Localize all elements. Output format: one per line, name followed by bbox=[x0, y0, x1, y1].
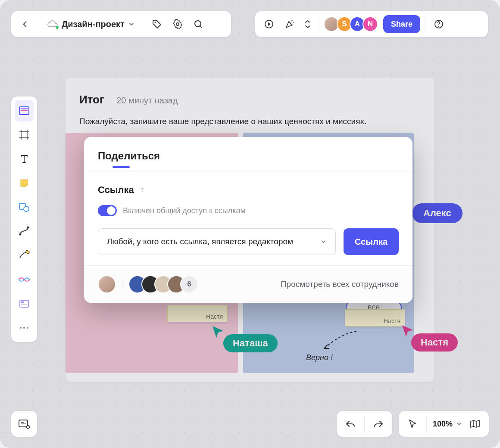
shapes-icon bbox=[19, 202, 30, 212]
tool-select[interactable] bbox=[15, 100, 34, 121]
zoom-value[interactable]: 100% bbox=[433, 420, 453, 429]
view-all-collaborators[interactable]: Просмотреть всех сотрудников bbox=[281, 280, 399, 289]
share-modal: Поделиться Ссылка ? Включен общий доступ… bbox=[84, 137, 412, 303]
modal-title: Поделиться bbox=[98, 150, 160, 162]
tool-link[interactable] bbox=[15, 269, 34, 290]
svg-rect-16 bbox=[21, 304, 27, 305]
svg-point-17 bbox=[20, 327, 22, 329]
svg-rect-24 bbox=[21, 423, 26, 424]
svg-point-10 bbox=[24, 206, 29, 212]
back-button[interactable] bbox=[16, 15, 34, 34]
celebrate-button[interactable] bbox=[280, 15, 299, 34]
minimap-button[interactable] bbox=[467, 414, 483, 433]
redo-button[interactable] bbox=[369, 414, 388, 433]
play-circle-icon bbox=[264, 19, 274, 29]
undo-button[interactable] bbox=[341, 414, 360, 433]
tag-button[interactable] bbox=[147, 15, 166, 34]
avatar-stack[interactable]: S A N bbox=[324, 16, 378, 32]
pointer-mode[interactable] bbox=[405, 414, 420, 433]
party-icon bbox=[284, 19, 295, 29]
overflow-count: 6 bbox=[188, 280, 191, 288]
help-button[interactable] bbox=[429, 15, 448, 34]
undo-icon bbox=[345, 420, 356, 428]
chevron-down-icon bbox=[320, 238, 327, 245]
search-button[interactable] bbox=[189, 15, 208, 34]
modal-tabs bbox=[84, 167, 412, 171]
slides-button[interactable] bbox=[11, 411, 37, 437]
svg-point-19 bbox=[27, 327, 28, 329]
map-icon bbox=[469, 419, 481, 429]
tool-shapes[interactable] bbox=[15, 196, 34, 218]
chevrons-icon bbox=[304, 20, 311, 28]
more-button[interactable] bbox=[301, 15, 315, 34]
tag-icon bbox=[152, 19, 162, 29]
svg-rect-15 bbox=[21, 302, 24, 303]
canvas-icon bbox=[19, 106, 30, 115]
template-icon bbox=[19, 299, 29, 308]
connector-icon bbox=[19, 226, 30, 237]
slides-icon bbox=[18, 419, 30, 429]
pointer-icon bbox=[408, 419, 417, 429]
svg-point-5 bbox=[438, 26, 439, 27]
svg-rect-23 bbox=[21, 422, 24, 423]
link-tool-icon bbox=[18, 276, 30, 283]
tool-templates[interactable] bbox=[15, 293, 34, 314]
tool-sidebar bbox=[11, 96, 37, 342]
tool-pen[interactable] bbox=[15, 245, 34, 266]
topbar-left: Дизайн-проект bbox=[11, 11, 231, 37]
select-value: Любой, у кого есть ссылка, является реда… bbox=[107, 237, 293, 246]
zoom-bar: 100% bbox=[399, 411, 489, 437]
svg-point-12 bbox=[27, 227, 29, 229]
svg-rect-13 bbox=[25, 250, 30, 254]
svg-point-22 bbox=[28, 426, 28, 427]
tool-frame[interactable] bbox=[15, 124, 34, 146]
pen-icon bbox=[19, 250, 30, 261]
collaborator-avatars[interactable]: 6 bbox=[98, 275, 198, 293]
link-sharing-toggle[interactable] bbox=[98, 205, 117, 216]
frame-icon bbox=[19, 129, 30, 140]
chevron-left-icon bbox=[21, 20, 29, 28]
help-icon bbox=[434, 19, 444, 29]
topbar-right: S A N Share bbox=[255, 11, 488, 37]
svg-rect-7 bbox=[21, 108, 28, 109]
tool-sticky[interactable] bbox=[15, 172, 34, 194]
share-button[interactable]: Share bbox=[383, 15, 420, 33]
chevron-down-icon[interactable] bbox=[456, 421, 462, 427]
tool-connector[interactable] bbox=[15, 221, 34, 242]
close-button[interactable] bbox=[390, 152, 399, 160]
svg-point-11 bbox=[19, 233, 22, 236]
copy-link-button[interactable]: Ссылка bbox=[344, 228, 399, 255]
share-label: Share bbox=[391, 20, 412, 29]
chevron-down-icon bbox=[128, 21, 135, 28]
text-icon bbox=[19, 154, 29, 164]
undo-redo-bar bbox=[337, 411, 392, 437]
cloud-sync-icon bbox=[47, 20, 58, 28]
search-icon bbox=[193, 19, 203, 29]
toggle-label: Включен общий доступ к ссылкам bbox=[123, 206, 246, 215]
svg-point-1 bbox=[176, 23, 179, 25]
project-name: Дизайн-проект bbox=[62, 19, 125, 29]
project-selector[interactable]: Дизайн-проект bbox=[44, 15, 138, 34]
gear-icon bbox=[172, 19, 183, 29]
avatar-overflow[interactable]: 6 bbox=[180, 275, 198, 293]
settings-button[interactable] bbox=[168, 15, 187, 34]
svg-rect-8 bbox=[21, 110, 28, 111]
svg-point-0 bbox=[154, 22, 156, 23]
redo-icon bbox=[373, 420, 384, 428]
avatar bbox=[98, 275, 116, 293]
permission-select[interactable]: Любой, у кого есть ссылка, является реда… bbox=[98, 228, 336, 255]
tool-text[interactable] bbox=[15, 148, 34, 170]
avatar-n: N bbox=[362, 16, 378, 32]
sticky-icon bbox=[19, 178, 29, 188]
link-section-title: Ссылка bbox=[98, 184, 134, 196]
help-hint[interactable]: ? bbox=[138, 186, 146, 194]
svg-point-18 bbox=[23, 327, 25, 329]
present-button[interactable] bbox=[259, 15, 278, 34]
dots-icon bbox=[19, 327, 29, 329]
tool-more[interactable] bbox=[15, 317, 34, 339]
link-button-label: Ссылка bbox=[355, 237, 388, 247]
